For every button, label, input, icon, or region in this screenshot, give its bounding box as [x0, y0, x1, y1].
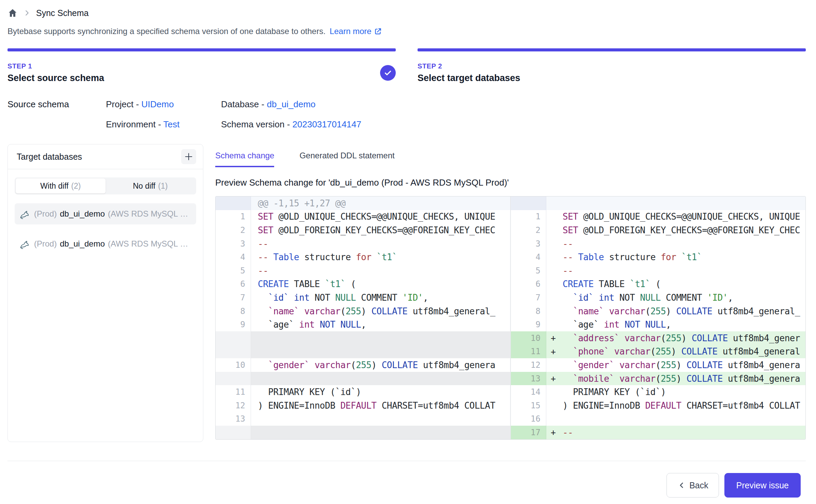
line-number: 15: [511, 399, 546, 412]
home-icon[interactable]: [7, 8, 18, 18]
line-number: [216, 345, 251, 359]
code-line: `gender` varchar(255) COLLATE utf8mb4_ge…: [258, 358, 510, 372]
diff-marker: [251, 264, 258, 278]
database-name: db_ui_demo: [60, 209, 105, 219]
code-line: SET @OLD_UNIQUE_CHECKS=@@UNIQUE_CHECKS, …: [258, 210, 510, 224]
line-number: 3: [216, 237, 251, 251]
code-line: PRIMARY KEY (`id`): [563, 385, 805, 399]
chevron-left-icon: [677, 481, 686, 490]
code-line: `age` int NOT NULL,: [258, 318, 510, 331]
diff-marker: +: [546, 345, 563, 359]
line-number: 13: [216, 412, 251, 426]
page-title: Sync Schema: [36, 8, 89, 18]
environment-link[interactable]: Test: [163, 119, 180, 129]
instance-name: (AWS RDS MySQL Prod): [108, 209, 191, 219]
tab-no-diff[interactable]: No diff(1): [106, 178, 195, 193]
line-number: [511, 196, 546, 210]
line-number: [216, 426, 251, 439]
diff-row: 9 `age` int NOT NULL,: [216, 318, 510, 331]
step-1: STEP 1 Select source schema: [7, 48, 396, 83]
line-number: 3: [511, 237, 546, 251]
diff-marker: [546, 223, 563, 237]
diff-marker: [546, 399, 563, 412]
diff-marker: [546, 237, 563, 251]
diff-marker: [251, 304, 258, 318]
source-environment-field: Environment - Test: [106, 119, 221, 130]
diff-row: 10+ `address` varchar(255) COLLATE utf8m…: [511, 331, 805, 345]
source-project-field: Project - UIDemo: [106, 99, 221, 110]
preview-tabs: Schema change Generated DDL statement: [215, 151, 806, 167]
learn-more-link[interactable]: Learn more: [330, 27, 382, 36]
line-number: 2: [216, 223, 251, 237]
code-line: --: [258, 264, 510, 278]
diff-row: 11+ `phone` varchar(255) COLLATE utf8mb4…: [511, 345, 805, 359]
diff-marker: [251, 250, 258, 264]
step-2-title: Select target databases: [418, 73, 520, 83]
code-line: --: [563, 264, 805, 278]
preview-area: Schema change Generated DDL statement Pr…: [215, 144, 806, 442]
diff-row: 9 `age` int NOT NULL,: [511, 318, 805, 331]
diff-marker: [546, 304, 563, 318]
line-number: 16: [511, 412, 546, 426]
diff-marker: [251, 331, 258, 345]
diff-left-pane[interactable]: @@ -1,15 +1,27 @@1SET @OLD_UNIQUE_CHECKS…: [216, 196, 510, 439]
instance-name: (AWS RDS MySQL Prod): [108, 239, 191, 249]
source-schema-label: Source schema: [7, 99, 106, 110]
diff-marker: [251, 196, 258, 210]
tab-schema-change[interactable]: Schema change: [215, 151, 274, 167]
preview-issue-button[interactable]: Preview issue: [724, 473, 801, 498]
step-1-title: Select source schema: [7, 73, 104, 83]
back-button[interactable]: Back: [666, 473, 719, 498]
project-link[interactable]: UIDemo: [141, 99, 174, 109]
diff-row: 2SET @OLD_FOREIGN_KEY_CHECKS=@@FOREIGN_K…: [216, 223, 510, 237]
line-number: 7: [511, 291, 546, 304]
database-name: db_ui_demo: [60, 239, 105, 249]
diff-row: 7 `id` int NOT NULL COMMENT 'ID',: [216, 291, 510, 304]
database-link[interactable]: db_ui_demo: [267, 99, 315, 109]
code-line: SET @OLD_FOREIGN_KEY_CHECKS=@@FOREIGN_KE…: [563, 223, 805, 237]
diff-marker: [546, 210, 563, 224]
diff-marker: [546, 264, 563, 278]
tab-generated-ddl[interactable]: Generated DDL statement: [299, 151, 394, 167]
diff-row: 1SET @OLD_UNIQUE_CHECKS=@@UNIQUE_CHECKS,…: [511, 210, 805, 224]
line-number: 17: [511, 426, 546, 439]
line-number: 5: [216, 264, 251, 278]
code-line: `id` int NOT NULL COMMENT 'ID',: [563, 291, 805, 304]
code-line: --: [563, 426, 805, 439]
line-number: 10: [511, 331, 546, 345]
diff-marker: [251, 426, 258, 439]
target-databases-panel: Target databases With diff(2) No diff(1)…: [7, 144, 203, 442]
diff-row: 7 `id` int NOT NULL COMMENT 'ID',: [511, 291, 805, 304]
diff-row: 4-- Table structure for `t1`: [511, 250, 805, 264]
source-database-field: Database - db_ui_demo: [221, 99, 806, 110]
code-line: PRIMARY KEY (`id`): [258, 385, 510, 399]
code-line: -- Table structure for `t1`: [563, 250, 805, 264]
diff-row: 6CREATE TABLE `t1` (: [216, 278, 510, 291]
environment-tag: (Prod): [34, 239, 57, 249]
schema-version-link[interactable]: 20230317014147: [293, 119, 361, 129]
code-line: [563, 196, 805, 210]
diff-row: 3--: [216, 237, 510, 251]
source-schema-summary: Source schema Project - UIDemo Database …: [7, 99, 806, 130]
code-line: `mobile` varchar(255) COLLATE utf8mb4_ge…: [563, 372, 805, 385]
code-line: SET @OLD_UNIQUE_CHECKS=@@UNIQUE_CHECKS, …: [563, 210, 805, 224]
target-database-item[interactable]: (Prod)db_ui_demo(AWS RDS MySQL Prod): [15, 203, 196, 224]
diff-row: 3--: [511, 237, 805, 251]
add-target-database-button[interactable]: [181, 149, 196, 164]
line-number: 9: [511, 318, 546, 331]
diff-row: 11 PRIMARY KEY (`id`): [216, 385, 510, 399]
stepper: STEP 1 Select source schema STEP 2 Selec…: [7, 48, 806, 83]
diff-row: 8 `name` varchar(255) COLLATE utf8mb4_ge…: [511, 304, 805, 318]
diff-marker: [251, 210, 258, 224]
diff-row: 16: [511, 412, 805, 426]
diff-row: [216, 426, 510, 439]
diff-row: [511, 196, 805, 210]
step-1-label: STEP 1: [7, 62, 104, 70]
diff-marker: [546, 318, 563, 331]
diff-right-pane[interactable]: 1SET @OLD_UNIQUE_CHECKS=@@UNIQUE_CHECKS,…: [510, 196, 805, 439]
preview-title: Preview Schema change for 'db_ui_demo (P…: [215, 177, 806, 188]
target-database-item[interactable]: (Prod)db_ui_demo(AWS RDS MySQL Prod): [15, 233, 196, 254]
step-1-completed-badge: [380, 65, 396, 81]
tab-with-diff[interactable]: With diff(2): [16, 178, 106, 193]
code-line: --: [563, 237, 805, 251]
